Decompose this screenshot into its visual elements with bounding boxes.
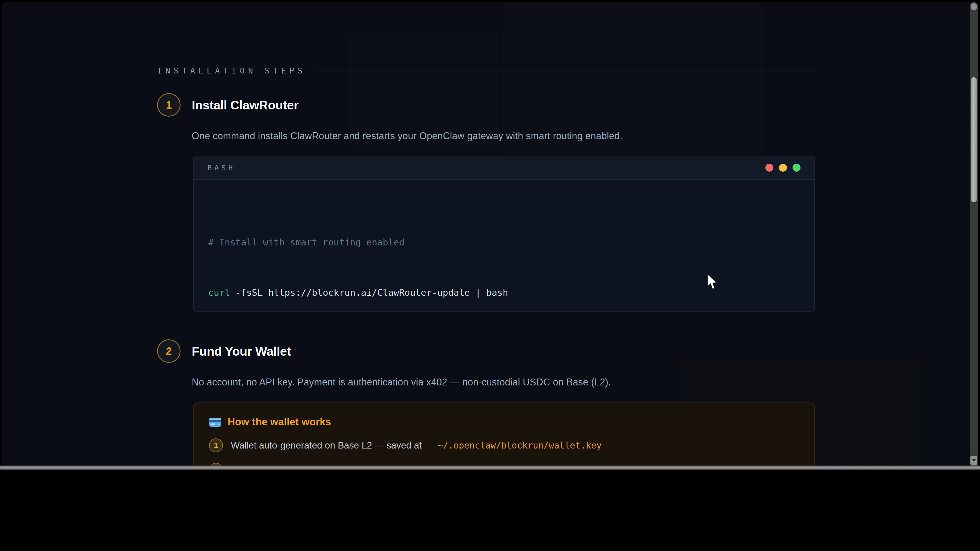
window-control-dots xyxy=(765,164,800,171)
wallet-card-header: How the wallet works xyxy=(209,416,799,428)
section-divider xyxy=(157,29,817,29)
code-language-label: BASH xyxy=(207,164,235,172)
step-1-description: One command installs ClawRouter and rest… xyxy=(192,130,623,141)
background-patch xyxy=(348,34,498,146)
wallet-step-1: 1 Wallet auto-generated on Base L2 — sav… xyxy=(209,438,799,452)
step-2-header: 2 Fund Your Wallet xyxy=(157,339,291,363)
step-2-title: Fund Your Wallet xyxy=(192,344,291,359)
step-1-header: 1 Install ClawRouter xyxy=(157,93,299,117)
step-2-number: 2 xyxy=(166,345,172,357)
section-label: INSTALLATION STEPS xyxy=(157,66,306,75)
step-2-badge: 2 xyxy=(157,339,181,363)
section-rule-line xyxy=(316,71,817,71)
webpage: INSTALLATION STEPS 1 Install ClawRouter … xyxy=(2,2,978,469)
minimize-dot-icon xyxy=(779,164,787,171)
step-1-badge: 1 xyxy=(157,93,181,117)
wallet-info-card: How the wallet works 1 Wallet auto-gener… xyxy=(193,402,815,469)
wallet-step-1-number: 1 xyxy=(214,441,218,449)
scrollbar-down-arrow[interactable] xyxy=(970,456,977,465)
step-1-title: Install ClawRouter xyxy=(192,98,299,112)
code-block: BASH # Install with smart routing enable… xyxy=(193,156,815,312)
code-token-args: -fsSL https://blockrun.ai/ClawRouter-upd… xyxy=(230,287,508,298)
wallet-card-title: How the wallet works xyxy=(228,416,331,428)
step-2-description: No account, no API key. Payment is authe… xyxy=(192,376,611,388)
maximize-dot-icon xyxy=(792,164,800,171)
step-1-number: 1 xyxy=(166,99,172,111)
code-line-curl: curl -fsSL https://blockrun.ai/ClawRoute… xyxy=(208,284,800,301)
vertical-scrollbar-thumb[interactable] xyxy=(971,77,977,202)
code-block-header: BASH xyxy=(194,156,815,179)
letterbox-black-bar xyxy=(0,470,980,551)
close-dot-icon xyxy=(765,164,773,171)
wallet-step-1-badge: 1 xyxy=(209,438,223,452)
screen: INSTALLATION STEPS 1 Install ClawRouter … xyxy=(0,0,980,551)
wallet-step-1-text: Wallet auto-generated on Base L2 — saved… xyxy=(231,440,424,451)
code-token-curl: curl xyxy=(208,287,230,298)
scrollbar-top-cap[interactable] xyxy=(971,3,977,10)
credit-card-icon xyxy=(209,418,221,427)
code-line-comment: # Install with smart routing enabled xyxy=(208,234,800,251)
vertical-scrollbar-track[interactable] xyxy=(970,2,978,465)
code-body: # Install with smart routing enabled cur… xyxy=(194,179,815,312)
window-bottom-edge xyxy=(0,465,980,470)
section-header: INSTALLATION STEPS xyxy=(157,66,817,75)
down-triangle-icon xyxy=(972,459,976,462)
wallet-key-path-code: ~/.openclaw/blockrun/wallet.key xyxy=(438,440,601,451)
